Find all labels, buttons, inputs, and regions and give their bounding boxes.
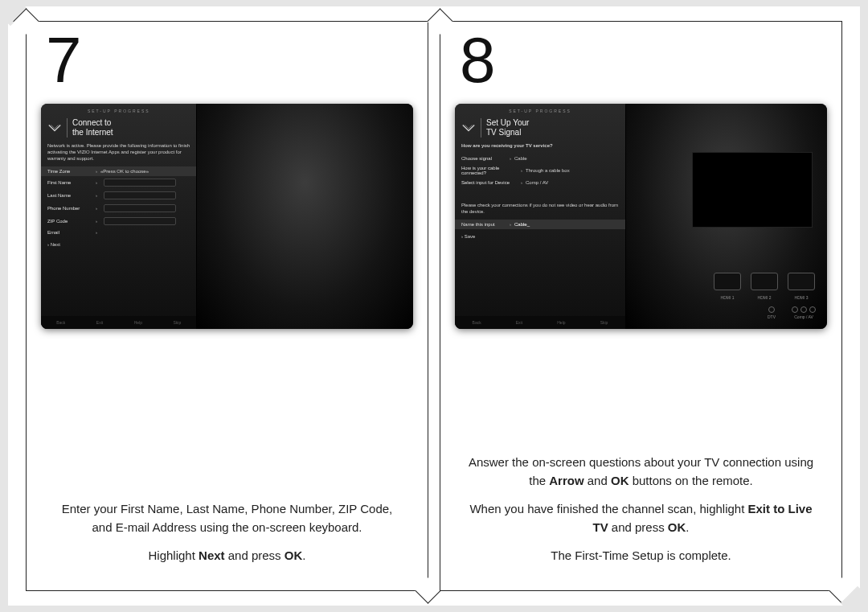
title-separator (67, 118, 68, 138)
cable-connected-value: Through a cable box (526, 168, 570, 173)
footer-exit[interactable]: Exit (516, 320, 522, 325)
chevron-right-icon: › (96, 206, 97, 211)
chevron-right-icon: › (96, 193, 97, 198)
tv-progress-header: SET-UP PROGRESS (461, 109, 619, 113)
hdmi3-label: HDMI 3 (795, 295, 809, 300)
instruction-line-2: Highlight Next and press OK. (51, 546, 404, 565)
first-name-field[interactable] (104, 179, 176, 187)
dtv-input[interactable]: DTV (768, 306, 776, 319)
footer-help[interactable]: Help (134, 320, 142, 325)
step-7-panel: 7 SET-UP PROGRESS Connect to the Interne… (26, 21, 428, 591)
dtv-label: DTV (768, 314, 776, 319)
input-thumbnails: HDMI 1 HDMI 2 HDMI 3 (713, 273, 816, 300)
tv-title-line2: the Internet (72, 128, 113, 137)
connection-note: Please check your connections if you do … (461, 202, 619, 215)
footer-skip[interactable]: Skip (600, 320, 608, 325)
row-zip[interactable]: ZIP Code › (47, 215, 190, 228)
tv-title-line1: Connect to (72, 118, 111, 127)
row-email[interactable]: Email › (47, 228, 190, 237)
tv-footer: Back Exit Help Skip (41, 316, 196, 329)
preview-window (692, 152, 813, 228)
tv-title: Connect to the Internet (72, 118, 113, 138)
title-separator (481, 118, 481, 138)
tv-description: Network is active. Please provide the fo… (47, 142, 190, 162)
tv-title: Set Up Your TV Signal (486, 118, 529, 138)
tv-question: How are you receiving your TV service? (461, 142, 619, 149)
tv-left-pane: SET-UP PROGRESS Connect to the Internet … (41, 104, 197, 329)
tv-title-line2: TV Signal (486, 128, 521, 137)
compav-label: Comp / AV (794, 314, 813, 319)
footer-back[interactable]: Back (473, 320, 481, 325)
row-first-name[interactable]: First Name › (47, 176, 190, 189)
last-name-label: Last Name (47, 193, 92, 198)
chevron-right-icon: › (510, 222, 511, 227)
footer-exit[interactable]: Exit (96, 320, 103, 325)
row-name-input[interactable]: Name this input › Cable_ (455, 220, 625, 229)
hdmi2-label: HDMI 2 (758, 295, 772, 300)
chevron-right-icon: › (521, 180, 522, 185)
cable-connected-label: How is your cable connected? (461, 166, 518, 175)
step-7-instructions: Enter your First Name, Last Name, Phone … (51, 475, 404, 574)
step-number: 7 (46, 23, 80, 97)
row-phone[interactable]: Phone Number › (47, 202, 190, 215)
chevron-right-icon: › (96, 169, 97, 174)
instruction-line-3: The First-Time Setup is complete. (465, 546, 818, 565)
step-8-panel: 8 SET-UP PROGRESS Set Up Your TV Signal … (440, 21, 842, 591)
row-last-name[interactable]: Last Name › (47, 189, 190, 202)
row-time-zone[interactable]: Time Zone › «Press OK to choose» (41, 166, 196, 176)
step-8-instructions: Answer the on-screen questions about you… (465, 429, 818, 574)
footer-skip[interactable]: Skip (173, 320, 181, 325)
zip-field[interactable] (104, 217, 176, 225)
tv-right-pane: HDMI 1 HDMI 2 HDMI 3 DTV Comp / AV (626, 104, 827, 329)
chevron-right-icon: › (96, 230, 97, 235)
hdmi1-label: HDMI 1 (721, 295, 735, 300)
tv-title-line1: Set Up Your (486, 118, 529, 127)
instruction-line-2: When you have finished the channel scan,… (465, 499, 818, 536)
compav-input[interactable]: Comp / AV (792, 306, 816, 319)
footer-back[interactable]: Back (56, 320, 65, 325)
tv-screenshot-connect-internet: SET-UP PROGRESS Connect to the Internet … (41, 104, 413, 329)
time-zone-label: Time Zone (47, 169, 92, 174)
tv-screenshot-tv-signal: SET-UP PROGRESS Set Up Your TV Signal Ho… (455, 104, 827, 329)
name-input-value: Cable_ (514, 222, 530, 227)
select-input-value: Comp / AV (526, 180, 548, 185)
row-cable-connected[interactable]: How is your cable connected? › Through a… (461, 163, 619, 178)
chevron-right-icon: › (521, 168, 522, 173)
name-input-label: Name this input (461, 222, 506, 227)
hdmi3-thumb[interactable] (788, 273, 815, 290)
hdmi2-thumb[interactable] (751, 273, 778, 290)
chevron-right-icon: › (96, 180, 97, 185)
last-name-field[interactable] (104, 191, 176, 199)
chevron-right-icon: › (510, 156, 511, 161)
chevron-right-icon: › (96, 219, 97, 224)
tv-left-pane: SET-UP PROGRESS Set Up Your TV Signal Ho… (455, 104, 626, 329)
hdmi1-thumb[interactable] (714, 273, 741, 290)
row-select-input[interactable]: Select input for Device › Comp / AV (461, 178, 619, 187)
save-button[interactable]: › Save (461, 234, 619, 239)
phone-label: Phone Number (47, 206, 92, 211)
footer-help[interactable]: Help (557, 320, 565, 325)
tv-progress-header: SET-UP PROGRESS (47, 109, 190, 113)
next-button[interactable]: › Next (47, 242, 190, 247)
tv-title-row: Connect to the Internet (47, 118, 190, 138)
row-choose-signal[interactable]: Choose signal › Cable (461, 154, 619, 163)
email-label: Email (47, 230, 92, 235)
av-inputs-row: DTV Comp / AV (768, 306, 816, 319)
choose-signal-label: Choose signal (461, 156, 506, 161)
choose-signal-value: Cable (514, 156, 527, 161)
manual-spread: 7 SET-UP PROGRESS Connect to the Interne… (8, 6, 860, 606)
first-name-label: First Name (47, 180, 92, 185)
instruction-line-1: Answer the on-screen questions about you… (465, 453, 818, 490)
vizio-logo-icon (47, 123, 62, 133)
select-input-label: Select input for Device (461, 180, 518, 185)
zip-label: ZIP Code (47, 219, 92, 224)
tv-title-row: Set Up Your TV Signal (461, 118, 619, 138)
tv-footer: Back Exit Help Skip (455, 316, 625, 329)
tv-right-pane (197, 104, 413, 329)
vizio-logo-icon (461, 123, 476, 133)
time-zone-value: «Press OK to choose» (100, 169, 149, 174)
phone-field[interactable] (104, 204, 176, 212)
instruction-line-1: Enter your First Name, Last Name, Phone … (51, 499, 404, 536)
step-number: 8 (460, 23, 494, 97)
